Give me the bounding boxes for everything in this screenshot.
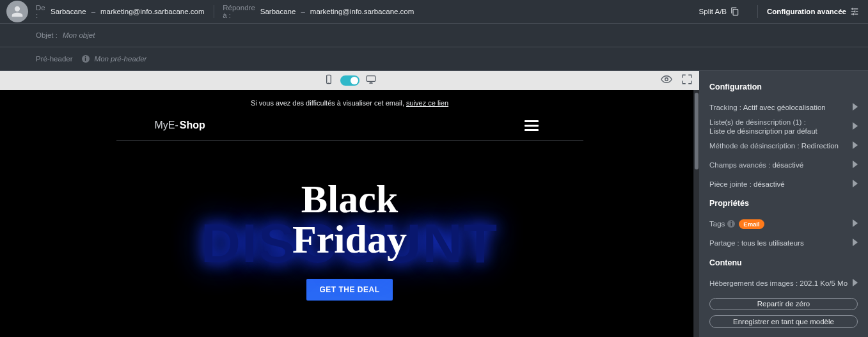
headline-line-2: Friday: [97, 219, 603, 260]
svg-rect-2: [851, 11, 855, 12]
copy-icon: [730, 7, 739, 16]
chevron-right-icon: [853, 279, 858, 288]
svg-rect-6: [853, 8, 853, 10]
info-icon[interactable]: i: [727, 220, 735, 228]
split-ab-label: Split A/B: [699, 8, 727, 15]
avatar: [6, 1, 28, 22]
unsub-method-value: Redirection: [801, 142, 839, 150]
brand-name: MyE-Shop: [155, 120, 205, 131]
right-panel: Configuration Tracking : Actif avec géol…: [699, 71, 868, 337]
separator-bar: [214, 5, 214, 18]
advanced-fields-label: Champs avancés :: [709, 161, 770, 169]
section-title-configuration: Configuration: [709, 82, 858, 91]
separator-dash: –: [301, 8, 304, 15]
row-unsub-method[interactable]: Méthode de désinscription : Redirection: [709, 136, 858, 155]
chevron-right-icon: [853, 141, 858, 150]
hosting-value: 202.1 Ko/5 Mo: [800, 279, 848, 287]
split-ab-button[interactable]: Split A/B: [699, 7, 739, 16]
share-label: Partage :: [709, 239, 739, 247]
preheader-label: Pré-header: [36, 55, 73, 63]
row-tracking[interactable]: Tracking : Actif avec géolocalisation: [709, 98, 858, 117]
svg-rect-11: [367, 76, 375, 82]
hamburger-menu-icon[interactable]: [525, 120, 539, 131]
from-email[interactable]: marketing@info.sarbacane.com: [100, 8, 205, 15]
header-row-preheader: Pré-header i Mon pré-header: [0, 47, 868, 70]
fullscreen-icon[interactable]: [681, 74, 693, 88]
view-online-text: Si vous avez des difficultés à visualise…: [97, 90, 603, 116]
header-row-subject: Objet : Mon objet: [0, 24, 868, 47]
chevron-right-icon: [853, 103, 858, 112]
tag-badge-email: Email: [739, 219, 764, 229]
headline-line-1: Black: [97, 179, 603, 219]
replyto-label: Répondre à :: [223, 4, 255, 19]
email-nav: MyE-Shop: [116, 116, 583, 141]
advanced-fields-value: désactivé: [772, 161, 803, 169]
header-row-from: De : Sarbacane – marketing@info.sarbacan…: [0, 0, 868, 24]
advanced-config-label: Configuration avancée: [767, 8, 846, 15]
row-share[interactable]: Partage : tous les utilisateurs: [709, 233, 858, 253]
replyto-name[interactable]: Sarbacane: [260, 8, 296, 15]
brand-suffix: Shop: [180, 120, 205, 131]
tracking-label: Tracking :: [709, 104, 741, 111]
separator-bar: [757, 5, 758, 18]
mobile-icon[interactable]: [324, 74, 334, 87]
tags-label: Tags: [709, 220, 725, 228]
from-label: De :: [36, 4, 45, 19]
hero-headline: Black Friday: [97, 179, 603, 260]
sliders-icon: [850, 7, 859, 16]
unsub-list-value: Liste de désinscription par défaut: [709, 127, 817, 135]
row-unsub-list[interactable]: Liste(s) de désinscription (1) : Liste d…: [709, 117, 858, 136]
email-canvas[interactable]: Si vous avez des difficultés à visualise…: [0, 90, 699, 337]
hosting-label: Hébergement des images :: [709, 279, 798, 287]
section-title-properties: Propriétés: [709, 199, 858, 208]
section-title-content: Contenu: [709, 258, 858, 267]
replyto-email[interactable]: marketing@info.sarbacane.com: [310, 8, 414, 15]
unsub-method-label: Méthode de désinscription :: [709, 142, 800, 150]
svg-rect-8: [853, 13, 854, 15]
restart-button[interactable]: Repartir de zéro: [709, 298, 858, 311]
svg-rect-1: [853, 8, 858, 9]
tracking-value: Actif avec géolocalisation: [743, 104, 826, 111]
advanced-config-button[interactable]: Configuration avancée: [767, 7, 859, 16]
row-tags[interactable]: Tags i Email: [709, 214, 858, 233]
svg-rect-3: [856, 11, 858, 12]
desktop-icon[interactable]: [366, 74, 376, 87]
device-toolbar: [0, 71, 699, 90]
subject-input[interactable]: Mon objet: [63, 31, 95, 39]
chevron-right-icon: [853, 239, 858, 247]
cta-button[interactable]: GET THE DEAL: [306, 279, 392, 301]
preheader-input[interactable]: Mon pré-header: [95, 55, 147, 63]
svg-rect-7: [855, 10, 855, 13]
chevron-right-icon: [853, 219, 858, 228]
preview-eye-icon[interactable]: [661, 74, 672, 88]
row-advanced-fields[interactable]: Champs avancés : désactivé: [709, 155, 858, 175]
device-switch[interactable]: [340, 75, 359, 86]
hero-block[interactable]: DISCOUNT Black Friday GET THE DEAL: [97, 160, 603, 326]
unsub-list-label: Liste(s) de désinscription (1) :: [709, 118, 817, 126]
row-image-hosting[interactable]: Hébergement des images : 202.1 Ko/5 Mo: [709, 274, 858, 293]
chevron-right-icon: [853, 161, 858, 169]
subject-label: Objet :: [36, 31, 58, 39]
share-value: tous les utilisateurs: [741, 239, 804, 247]
attachment-label: Pièce jointe :: [709, 180, 752, 188]
svg-point-10: [328, 82, 329, 82]
row-attachment[interactable]: Pièce jointe : désactivé: [709, 175, 858, 194]
svg-point-12: [665, 78, 668, 81]
svg-rect-5: [854, 14, 858, 15]
chevron-right-icon: [853, 180, 858, 189]
view-online-prefix: Si vous avez des difficultés à visualise…: [251, 99, 406, 107]
info-icon[interactable]: i: [82, 55, 90, 63]
attachment-value: désactivé: [754, 180, 785, 188]
separator-dash: –: [91, 8, 95, 15]
save-as-template-button[interactable]: Enregistrer en tant que modèle: [709, 315, 858, 328]
view-online-link[interactable]: suivez ce lien: [406, 99, 448, 107]
email-header: De : Sarbacane – marketing@info.sarbacan…: [0, 0, 868, 71]
chevron-right-icon: [853, 122, 858, 131]
vertical-scrollbar[interactable]: [693, 90, 699, 337]
from-name[interactable]: Sarbacane: [51, 8, 86, 15]
brand-prefix: MyE-: [155, 120, 178, 131]
